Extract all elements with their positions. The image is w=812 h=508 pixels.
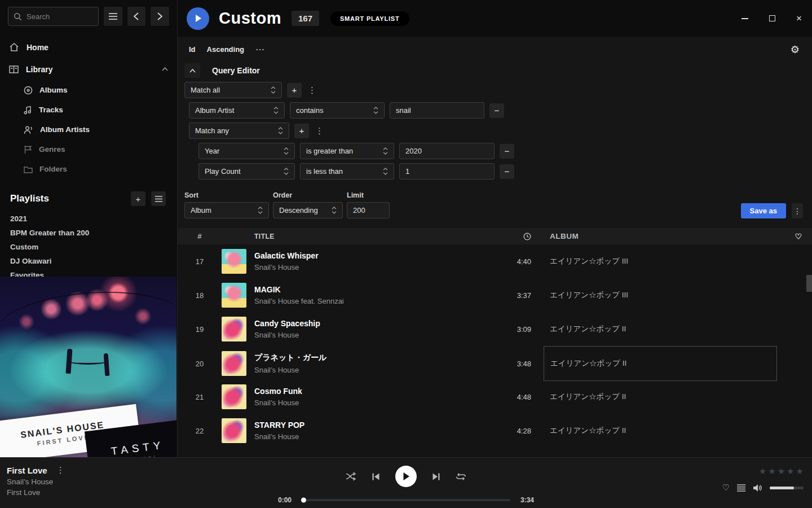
playlist-item[interactable]: BPM Greater than 200 bbox=[0, 226, 177, 240]
column-header-title[interactable]: TITLE bbox=[246, 233, 480, 240]
folder-icon bbox=[24, 165, 33, 173]
save-as-button[interactable]: Save as bbox=[741, 203, 786, 218]
search-box[interactable] bbox=[8, 7, 99, 26]
now-playing-menu-button[interactable]: ⋮ bbox=[55, 465, 66, 475]
sidebar-item-albums[interactable]: Albums bbox=[0, 80, 177, 100]
track-number: 20 bbox=[178, 360, 222, 368]
remove-rule-button[interactable]: − bbox=[500, 144, 514, 159]
track-artist: Snail’s House bbox=[254, 263, 480, 271]
query-sort-select[interactable]: Album bbox=[184, 202, 269, 218]
star-icon[interactable]: ★ bbox=[787, 466, 794, 476]
column-header-index[interactable]: # bbox=[178, 232, 222, 240]
settings-gear-button[interactable]: ⚙ bbox=[791, 43, 800, 56]
column-header-duration[interactable] bbox=[480, 233, 531, 240]
sidebar-item-library[interactable]: Library bbox=[0, 58, 177, 80]
table-row[interactable]: 17 Galactic Whisper Snail’s House 4:40 エ… bbox=[178, 244, 812, 278]
playlist-item[interactable]: DJ Okawari bbox=[0, 254, 177, 268]
sort-field-button[interactable]: Id bbox=[189, 45, 196, 54]
column-header-favorite[interactable]: ♡ bbox=[785, 232, 812, 241]
collapse-query-button[interactable] bbox=[184, 63, 200, 78]
previous-button[interactable] bbox=[372, 472, 380, 481]
chevron-up-icon bbox=[162, 67, 168, 71]
shuffle-icon bbox=[346, 472, 356, 481]
star-icon[interactable]: ★ bbox=[768, 466, 775, 476]
playlist-item[interactable]: 2021 bbox=[0, 212, 177, 226]
repeat-button[interactable] bbox=[456, 472, 466, 481]
forward-button[interactable] bbox=[151, 7, 169, 26]
sidebar-item-home[interactable]: Home bbox=[0, 36, 177, 58]
match-type-select[interactable]: Match all bbox=[184, 82, 282, 98]
more-options-button[interactable]: ⋯ bbox=[255, 44, 265, 55]
query-order-select[interactable]: Descending bbox=[273, 202, 343, 218]
sort-direction-button[interactable]: Ascending bbox=[207, 45, 244, 54]
sidebar-item-tracks[interactable]: Tracks bbox=[0, 100, 177, 120]
sidebar-item-genres[interactable]: Genres bbox=[0, 139, 177, 159]
rule-value-input[interactable] bbox=[399, 163, 495, 179]
remove-rule-button[interactable]: − bbox=[500, 164, 514, 179]
table-row[interactable]: 21 Cosmo Funk Snail’s House 4:48 エイリアン☆ポ… bbox=[178, 380, 812, 414]
table-row[interactable]: 19 Candy Spaceship Snail’s House 3:09 エイ… bbox=[178, 312, 812, 346]
rule-field-select[interactable]: Album Artist bbox=[189, 102, 285, 119]
favorite-button[interactable]: ♡ bbox=[722, 483, 730, 493]
sidebar-item-folders[interactable]: Folders bbox=[0, 159, 177, 179]
player-bar: First Love ⋮ Snail’s House First Love bbox=[0, 457, 812, 508]
volume-button[interactable] bbox=[753, 484, 762, 492]
seek-handle[interactable] bbox=[301, 498, 306, 503]
rule-value-input[interactable] bbox=[390, 102, 484, 119]
rule-field-select[interactable]: Year bbox=[198, 143, 295, 159]
playlist-list-button[interactable] bbox=[151, 191, 166, 206]
rule-operator-select[interactable]: contains bbox=[290, 102, 385, 119]
query-editor-title: Query Editor bbox=[212, 66, 260, 75]
scrollbar-thumb[interactable] bbox=[806, 275, 812, 292]
chevron-up-icon bbox=[189, 69, 196, 73]
rule-value-input[interactable] bbox=[399, 143, 495, 159]
maximize-button[interactable] bbox=[767, 14, 777, 24]
track-number: 21 bbox=[178, 393, 222, 401]
star-icon[interactable]: ★ bbox=[759, 466, 766, 476]
updown-icon bbox=[278, 127, 283, 134]
add-rule-button[interactable]: + bbox=[287, 83, 302, 98]
queue-button[interactable] bbox=[737, 484, 745, 492]
playlist-item[interactable]: Custom bbox=[0, 240, 177, 254]
table-row[interactable]: 22 STARRY POP Snail’s House 4:28 エイリアン☆ポ… bbox=[178, 414, 812, 448]
add-playlist-button[interactable]: + bbox=[131, 191, 145, 206]
table-row[interactable]: 20 プラネット・ガール Snail’s House 3:48 エイリアン☆ポッ… bbox=[178, 346, 812, 380]
updown-icon bbox=[258, 207, 263, 214]
select-value: Year bbox=[205, 147, 284, 155]
rule-operator-select[interactable]: is greater than bbox=[300, 143, 394, 159]
close-button[interactable]: × bbox=[794, 14, 804, 24]
group-menu-button[interactable]: ⋮ bbox=[307, 85, 317, 95]
table-row[interactable]: 18 MAGIK Snail’s House feat. Sennzai 3:3… bbox=[178, 278, 812, 312]
seek-bar[interactable] bbox=[302, 499, 510, 501]
minimize-button[interactable] bbox=[740, 14, 750, 24]
search-input[interactable] bbox=[27, 12, 93, 21]
track-number: 17 bbox=[178, 257, 222, 266]
shuffle-button[interactable] bbox=[346, 472, 356, 481]
save-menu-button[interactable]: ⋮ bbox=[792, 203, 803, 218]
menu-button[interactable] bbox=[104, 7, 122, 26]
rule-operator-select[interactable]: is less than bbox=[300, 163, 394, 179]
page-header: Custom 167 SMART PLAYLIST × bbox=[178, 0, 812, 37]
add-rule-button[interactable]: + bbox=[294, 124, 309, 138]
back-button[interactable] bbox=[127, 7, 146, 26]
next-button[interactable] bbox=[432, 472, 440, 481]
star-icon[interactable]: ★ bbox=[796, 466, 804, 476]
group-menu-button[interactable]: ⋮ bbox=[314, 126, 325, 136]
album-edit-cell[interactable]: エイリアン☆ポップ II bbox=[544, 346, 777, 381]
track-title: Candy Spaceship bbox=[254, 319, 480, 328]
sidebar-item-album-artists[interactable]: Album Artists bbox=[0, 120, 177, 139]
play-playlist-button[interactable] bbox=[187, 7, 209, 30]
star-icon[interactable]: ★ bbox=[778, 466, 785, 476]
remove-rule-button[interactable]: − bbox=[489, 103, 504, 118]
column-header-album[interactable]: ALBUM bbox=[531, 232, 785, 240]
play-pause-button[interactable] bbox=[395, 466, 417, 487]
match-type-select[interactable]: Match any bbox=[189, 122, 289, 139]
track-artist: Snail’s House bbox=[254, 432, 480, 441]
query-limit-input[interactable] bbox=[347, 202, 390, 218]
track-artwork bbox=[222, 351, 246, 376]
window-controls: × bbox=[740, 0, 804, 37]
track-title: Cosmo Funk bbox=[254, 387, 480, 396]
track-album: エイリアン☆ポップ II bbox=[550, 358, 626, 369]
rule-field-select[interactable]: Play Count bbox=[198, 163, 295, 179]
volume-slider[interactable] bbox=[770, 487, 804, 489]
